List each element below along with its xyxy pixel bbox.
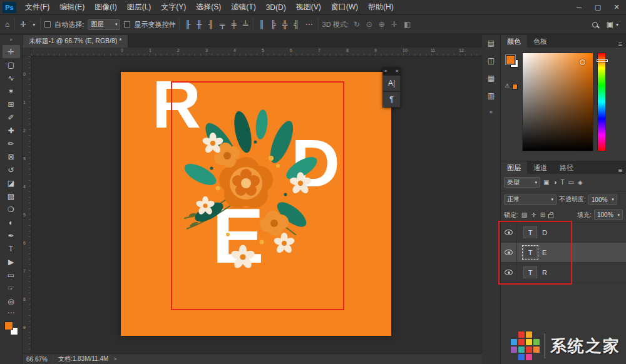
history-panel-icon[interactable]: ▥ [488, 91, 495, 100]
collapse-panel-icon[interactable]: » [384, 68, 387, 74]
filter-adjustment-layers-icon[interactable]: ◑ [552, 179, 557, 186]
chevron-down-icon[interactable]: ▾ [615, 22, 620, 28]
panel-menu-icon[interactable]: ≡ [615, 40, 626, 48]
close-button[interactable]: ✕ [607, 0, 626, 15]
menu-window[interactable]: 窗口(W) [326, 0, 363, 15]
opacity-dropdown[interactable]: 100% ▾ [588, 195, 617, 205]
pen-tool[interactable]: ✒ [3, 229, 20, 242]
align-bottom-icon[interactable]: ╧ [242, 20, 250, 29]
lock-transparency-icon[interactable]: ▨ [521, 211, 528, 218]
align-right-icon[interactable]: ╢ [207, 20, 215, 29]
filter-type-layers-icon[interactable]: T [560, 179, 565, 186]
dodge-tool[interactable]: ◐ [3, 216, 20, 229]
marquee-tool[interactable]: ▢ [3, 58, 20, 71]
history-brush-tool[interactable]: ↺ [3, 163, 20, 176]
blur-tool[interactable]: ❍ [3, 203, 20, 216]
shape-tool[interactable]: ▭ [3, 268, 20, 281]
distribute-center-icon[interactable]: ╬ [281, 20, 289, 29]
path-selection-tool[interactable]: ▶ [3, 255, 20, 268]
align-center-icon[interactable]: ╫ [195, 20, 203, 29]
menu-filter[interactable]: 滤镜(T) [226, 0, 260, 15]
hue-slider-marker[interactable] [597, 59, 608, 62]
crop-tool[interactable]: ⊞ [3, 98, 20, 111]
layer-visibility-cell[interactable] [501, 263, 517, 282]
tab-paths[interactable]: 路径 [553, 161, 580, 174]
distribute-horizontal-icon[interactable]: ╠ [269, 20, 277, 29]
menu-view[interactable]: 视图(V) [291, 0, 326, 15]
3d-roll-icon[interactable]: ⊙ [365, 20, 374, 29]
adjustments-panel-icon[interactable]: ◫ [488, 56, 495, 65]
vertical-ruler[interactable]: 0 1 2 3 4 5 6 7 8 9 [23, 56, 31, 353]
quick-selection-tool[interactable]: ✶ [3, 84, 20, 98]
filter-smart-objects-icon[interactable]: ◈ [577, 179, 583, 186]
saturation-brightness-picker[interactable] [522, 53, 593, 151]
gamut-color-swatch[interactable] [512, 84, 518, 89]
lock-position-icon[interactable]: ✛ [530, 211, 536, 218]
canvas-pasteboard[interactable]: R D E [31, 56, 482, 353]
3d-drag-icon[interactable]: ⊕ [377, 20, 386, 29]
ruler-origin-corner[interactable] [23, 48, 31, 56]
tab-swatches[interactable]: 色板 [527, 35, 553, 48]
panel-menu-icon[interactable]: ≡ [615, 166, 626, 174]
horizontal-ruler[interactable]: 0 1 2 3 4 5 6 7 8 9 10 11 12 [31, 48, 482, 56]
align-middle-icon[interactable]: ╪ [230, 20, 238, 29]
workspace-switcher-icon[interactable]: ▣ [605, 20, 615, 29]
menu-image[interactable]: 图像(I) [90, 0, 121, 15]
collapse-dock-icon[interactable]: « [490, 109, 493, 115]
menu-edit[interactable]: 编辑(E) [54, 0, 90, 15]
current-tool-icon[interactable]: ✛ [19, 20, 28, 29]
edit-toolbar-button[interactable]: ⋯ [3, 308, 20, 318]
3d-scale-icon[interactable]: ◧ [403, 20, 412, 29]
menu-file[interactable]: 文件(F) [20, 0, 54, 15]
layer-name[interactable]: D [542, 229, 547, 236]
search-icon[interactable] [592, 22, 598, 28]
menu-help[interactable]: 帮助(H) [363, 0, 399, 15]
eraser-tool[interactable]: ◪ [3, 176, 20, 190]
brush-tool[interactable]: ✏ [3, 137, 20, 150]
3d-rotate-icon[interactable]: ↻ [352, 20, 361, 29]
tab-layers[interactable]: 图层 [501, 161, 527, 174]
hand-tool[interactable]: ☞ [3, 281, 20, 295]
color-picker-marker[interactable] [580, 59, 585, 65]
layer-thumbnail-type[interactable]: T [523, 266, 537, 278]
canvas-document[interactable]: R D E [121, 72, 391, 336]
maximize-button[interactable]: ▢ [588, 0, 607, 15]
status-chevron-icon[interactable]: > [113, 356, 116, 362]
type-tool[interactable]: T [3, 242, 20, 255]
menu-select[interactable]: 选择(S) [191, 0, 226, 15]
zoom-level[interactable]: 66.67% [26, 356, 48, 363]
healing-brush-tool[interactable]: ✚ [3, 124, 20, 137]
layer-row-r[interactable]: T R [501, 263, 626, 283]
layer-visibility-cell[interactable] [501, 223, 517, 242]
eyedropper-tool[interactable]: ✐ [3, 111, 20, 124]
layer-row-e[interactable]: T E [501, 243, 626, 263]
align-left-icon[interactable]: ╟ [183, 20, 192, 29]
3d-slide-icon[interactable]: ✛ [390, 20, 399, 29]
blend-mode-dropdown[interactable]: 正常 ▾ [504, 195, 557, 205]
move-tool[interactable]: ✛ [3, 45, 20, 58]
layer-filter-dropdown[interactable]: 类型 ▾ [504, 177, 540, 188]
layer-visibility-cell[interactable] [501, 243, 517, 262]
menu-3d[interactable]: 3D(D) [261, 0, 291, 15]
toolbar-collapse-icon[interactable]: » [9, 37, 12, 43]
close-icon[interactable]: ✕ [395, 69, 399, 74]
tab-channels[interactable]: 通道 [527, 161, 553, 174]
filter-shape-layers-icon[interactable]: ▭ [568, 179, 575, 186]
layer-name[interactable]: E [542, 249, 546, 256]
lock-all-icon[interactable] [548, 214, 553, 218]
libraries-panel-icon[interactable]: ▤ [488, 39, 495, 48]
tab-color[interactable]: 颜色 [501, 35, 527, 48]
layer-thumbnail-type[interactable]: T [523, 246, 537, 258]
fill-dropdown[interactable]: 100% ▾ [594, 210, 623, 220]
hue-slider[interactable] [597, 53, 606, 151]
layer-name[interactable]: R [542, 269, 547, 276]
tool-preset-arrow-icon[interactable]: ▾ [31, 22, 36, 28]
distribute-edges-icon[interactable]: ╣ [292, 20, 300, 29]
filter-pixel-layers-icon[interactable]: ▣ [543, 179, 550, 186]
distribute-vertical-icon[interactable]: ║ [257, 20, 265, 29]
foreground-color-swatch[interactable] [506, 55, 515, 64]
layer-thumbnail-type[interactable]: T [523, 226, 537, 238]
character-panel-button[interactable]: A| [382, 75, 401, 91]
menu-layer[interactable]: 图层(L) [122, 0, 156, 15]
align-top-icon[interactable]: ╤ [218, 20, 227, 29]
